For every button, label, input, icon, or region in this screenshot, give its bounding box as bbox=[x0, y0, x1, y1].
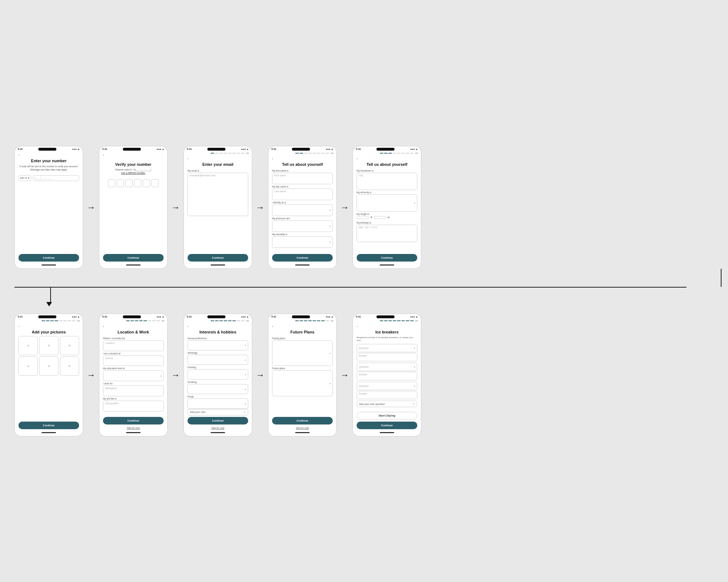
start-cliqing-btn[interactable]: Start Cliq'ing bbox=[357, 412, 417, 419]
astrology-select[interactable]: ▾ bbox=[188, 355, 248, 365]
diff-number-link[interactable]: Use a different number. bbox=[103, 172, 164, 174]
photo-cell-6[interactable]: ＋ bbox=[60, 357, 79, 376]
signal-9: ●●● ▲ bbox=[326, 315, 333, 318]
phone-number-input[interactable]: (___) ___-____ bbox=[33, 175, 79, 181]
back-btn-3[interactable]: ‹ bbox=[188, 157, 248, 160]
photo-cell-4[interactable]: ＋ bbox=[18, 357, 38, 376]
label-education: My education level is bbox=[103, 367, 164, 370]
back-btn-1[interactable]: ‹ bbox=[18, 154, 79, 157]
birthday-input[interactable]: MM / DD / YYYY bbox=[357, 225, 417, 242]
firstname-input[interactable]: First name bbox=[272, 173, 333, 184]
country-code-select[interactable]: US +1 ▾ bbox=[18, 175, 31, 181]
photo-cell-5[interactable]: ＋ bbox=[39, 357, 58, 376]
otp-6[interactable] bbox=[151, 179, 159, 187]
continue-btn-9[interactable]: Continue bbox=[272, 417, 333, 424]
continue-btn-1[interactable]: Continue bbox=[18, 254, 79, 262]
location-input[interactable]: Location bbox=[103, 340, 164, 351]
continue-btn-2[interactable]: Continue bbox=[103, 254, 164, 262]
school-input[interactable]: School bbox=[103, 355, 164, 366]
photo-grid: ＋ ＋ ＋ ＋ ＋ ＋ bbox=[18, 336, 79, 376]
otp-3[interactable] bbox=[125, 179, 133, 187]
photo-cell-1[interactable]: ＋ bbox=[18, 336, 38, 355]
photo-cell-3[interactable]: ＋ bbox=[60, 336, 79, 355]
progress-4: x% bbox=[268, 151, 336, 155]
lastname-input[interactable]: Last name bbox=[272, 189, 333, 200]
title-pictures: Add your pictures bbox=[18, 329, 79, 335]
continue-btn-3[interactable]: Continue bbox=[188, 254, 248, 262]
time-4: 9:41 bbox=[271, 148, 276, 150]
otp-5[interactable] bbox=[143, 179, 150, 187]
question-select-3[interactable]: Question ▾ bbox=[357, 382, 417, 390]
progress-8: x% bbox=[184, 319, 252, 323]
continue-btn-7[interactable]: Continue bbox=[103, 417, 164, 424]
title-location: Location & Work bbox=[103, 329, 164, 335]
add-own-question[interactable]: Add your own question ＋ bbox=[357, 401, 417, 407]
add-own-plus[interactable]: ＋ bbox=[243, 410, 246, 414]
sexual-pref-select[interactable]: ▾ bbox=[188, 340, 248, 350]
identify-select[interactable]: ▾ bbox=[272, 204, 333, 216]
workplace-input[interactable]: Workplace bbox=[103, 385, 164, 396]
status-bar-6: 9:41 ●●● ▲ bbox=[15, 314, 83, 319]
question-select-2[interactable]: Question ▾ bbox=[357, 363, 417, 371]
add-own-interests[interactable]: Add your own ＋ bbox=[188, 409, 248, 415]
height-in-input[interactable] bbox=[374, 216, 386, 219]
otp-1[interactable] bbox=[108, 179, 115, 187]
q3-label: Question bbox=[359, 385, 369, 387]
future-select[interactable]: ▾ bbox=[272, 370, 333, 396]
time-8: 9:41 bbox=[187, 315, 192, 318]
answer-input-1[interactable]: Answer bbox=[357, 353, 417, 361]
screen-content-5: ‹ Tell us about yourself My hometown is … bbox=[353, 155, 421, 268]
hometown-input[interactable]: City bbox=[357, 173, 417, 190]
family-select[interactable]: ▾ bbox=[272, 340, 333, 366]
height-ft-input[interactable] bbox=[357, 216, 369, 219]
job-input[interactable]: Job position bbox=[103, 401, 164, 411]
ethnicity-select[interactable]: ▾ bbox=[357, 194, 417, 212]
arrow-2-3: → bbox=[171, 203, 180, 212]
photo-cell-2[interactable]: ＋ bbox=[39, 336, 58, 355]
email-input[interactable]: example@domain.com bbox=[188, 173, 248, 216]
question-select-1[interactable]: Question ▾ bbox=[357, 344, 417, 352]
back-btn-2[interactable]: ‹ bbox=[103, 154, 164, 157]
drugs-select[interactable]: ▾ bbox=[188, 398, 248, 409]
signal-1: ●●● ▲ bbox=[72, 148, 80, 150]
label-future: Future plans bbox=[272, 367, 333, 370]
label-firstname: My first name is bbox=[272, 169, 333, 172]
smoking-select[interactable]: ▾ bbox=[188, 384, 248, 394]
continue-btn-6[interactable]: Continue bbox=[18, 422, 79, 429]
notch-8 bbox=[207, 315, 225, 318]
status-bar-9: 9:41 ●●● ▲ bbox=[268, 314, 336, 319]
continue-btn-8[interactable]: Continue bbox=[188, 417, 248, 424]
back-btn-4[interactable]: ‹ bbox=[272, 157, 333, 160]
screen-tell-us-1: 9:41 ●●● ▲ x% ‹ Tell us about yourself M… bbox=[268, 146, 337, 269]
back-btn-6[interactable]: ‹ bbox=[18, 325, 79, 328]
title-enter-number: Enter your number bbox=[18, 158, 79, 163]
notch-2 bbox=[123, 148, 141, 151]
otp-4[interactable] bbox=[134, 179, 141, 187]
add-own-q-plus[interactable]: ＋ bbox=[412, 402, 415, 406]
back-btn-8[interactable]: ‹ bbox=[188, 325, 248, 328]
back-btn-5[interactable]: ‹ bbox=[357, 157, 417, 160]
back-btn-9[interactable]: ‹ bbox=[272, 325, 333, 328]
continue-btn-10[interactable]: Continue bbox=[357, 422, 417, 429]
screen-content-6: ‹ Add your pictures ＋ ＋ ＋ ＋ ＋ ＋ Continue bbox=[15, 323, 83, 436]
screen-content-2: ‹ Verify your number Resend code to +1(_… bbox=[99, 151, 167, 268]
title-email: Enter your email bbox=[188, 162, 248, 167]
continue-btn-5[interactable]: Continue bbox=[357, 254, 417, 262]
label-lastname: My last name is bbox=[272, 185, 333, 188]
answer-input-3[interactable]: Answer bbox=[357, 391, 417, 399]
sexuality-select[interactable]: ▾ bbox=[272, 236, 333, 248]
time-9: 9:41 bbox=[271, 315, 276, 318]
skip-link-8[interactable]: Skip for now bbox=[188, 427, 248, 429]
continue-btn-4[interactable]: Continue bbox=[272, 254, 333, 262]
pronouns-select[interactable]: ▾ bbox=[272, 220, 333, 232]
drinking-select[interactable]: ▾ bbox=[188, 369, 248, 379]
add-own-label: Add your own bbox=[190, 411, 206, 413]
back-btn-7[interactable]: ‹ bbox=[103, 325, 164, 328]
back-btn-10[interactable]: ‹ bbox=[357, 325, 417, 328]
notch-6 bbox=[38, 315, 56, 318]
answer-input-2[interactable]: Answer bbox=[357, 372, 417, 380]
skip-link-9[interactable]: Skip for now bbox=[272, 427, 333, 429]
education-select[interactable]: ▾ bbox=[103, 370, 164, 381]
skip-link-7[interactable]: Skip for now bbox=[103, 427, 164, 429]
otp-2[interactable] bbox=[117, 179, 124, 187]
